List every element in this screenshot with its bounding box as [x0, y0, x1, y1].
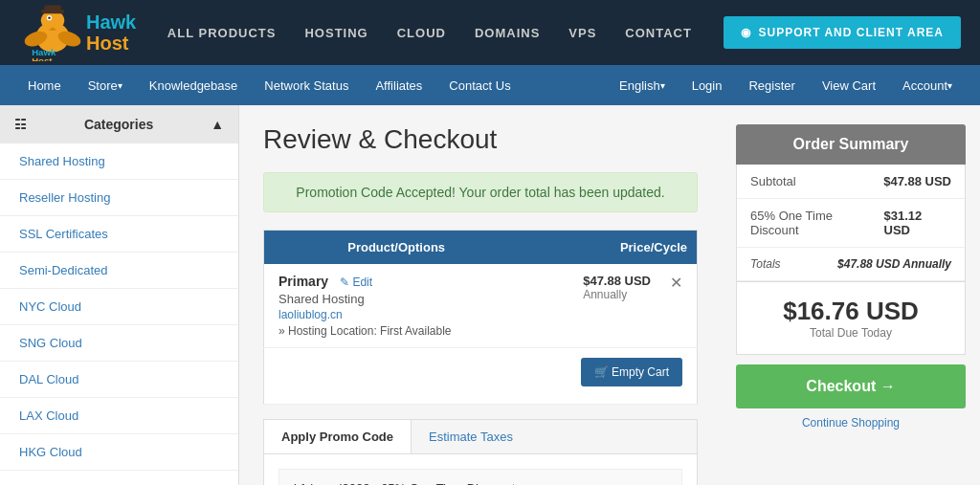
nav-knowledgebase[interactable]: Knowledgebase — [136, 65, 252, 105]
col-product: Product/Options — [264, 231, 529, 265]
promo-banner: Promotion Code Accepted! Your order tota… — [263, 172, 698, 212]
nav-all-products[interactable]: ALL PRODUCTS — [167, 26, 277, 40]
support-icon: ◉ — [741, 26, 751, 39]
nav-hosting[interactable]: HOSTING — [304, 26, 368, 40]
price-value: $47.88 USD — [583, 274, 651, 288]
totals-row: Totals $47.88 USD Annually — [737, 248, 965, 281]
discount-value: $31.12 USD — [884, 209, 951, 237]
nav-register[interactable]: Register — [735, 65, 808, 105]
nav-contact-us[interactable]: Contact Us — [435, 65, 523, 105]
sidebar: ☷ Categories ▲ Shared Hosting Reseller H… — [0, 105, 239, 485]
sidebar-item-ssl[interactable]: SSL Certificates — [0, 216, 238, 253]
empty-cart-row: 🛒 Empty Cart — [264, 348, 698, 405]
nav-bar: Home Store Knowledgebase Network Status … — [0, 65, 980, 105]
right-panel: Order Summary Subtotal $47.88 USD 65% On… — [722, 105, 980, 485]
content-and-right: Review & Checkout Promotion Code Accepte… — [239, 105, 980, 485]
content-area: Review & Checkout Promotion Code Accepte… — [239, 105, 722, 485]
discount-row: 65% One Time Discount $31.12 USD — [737, 199, 965, 248]
sidebar-collapse-icon[interactable]: ▲ — [211, 117, 224, 132]
product-detail: » Hosting Location: First Available — [278, 324, 514, 338]
subtotal-label: Subtotal — [750, 174, 796, 188]
continue-shopping-link[interactable]: Continue Shopping — [736, 416, 966, 430]
sidebar-item-reseller-hosting[interactable]: Reseller Hosting — [0, 180, 238, 216]
nav-store[interactable]: Store — [75, 65, 136, 105]
nav-english[interactable]: English — [606, 65, 679, 105]
nav-network-status[interactable]: Network Status — [251, 65, 362, 105]
price-period: Annually — [583, 288, 651, 301]
top-nav: ALL PRODUCTS HOSTING CLOUD DOMAINS VPS C… — [136, 26, 723, 40]
nav-account[interactable]: Account — [889, 65, 966, 105]
product-subtitle: Shared Hosting — [278, 292, 514, 306]
logo-area: Hawk Host Hawk Host — [19, 4, 136, 61]
apply-promo-tab[interactable]: Apply Promo Code — [264, 420, 412, 453]
sidebar-item-nyc-cloud[interactable]: NYC Cloud — [0, 289, 238, 325]
nav-view-cart[interactable]: View Cart — [809, 65, 889, 105]
page-title: Review & Checkout — [263, 124, 698, 155]
cart-table: Product/Options Price/Cycle Primary ✎ Ed… — [263, 230, 698, 405]
nav-home[interactable]: Home — [14, 65, 75, 105]
top-bar: Hawk Host Hawk Host ALL PRODUCTS HOSTING… — [0, 0, 980, 65]
promo-tab-bar: Apply Promo Code Estimate Taxes — [263, 419, 698, 454]
due-amount: $16.76 USD — [751, 297, 950, 326]
product-cell: Primary ✎ Edit Shared Hosting laoliublog… — [264, 264, 529, 348]
discount-label: 65% One Time Discount — [750, 209, 884, 237]
sidebar-item-sng-cloud[interactable]: SNG Cloud — [0, 325, 238, 362]
sidebar-item-shared-hosting[interactable]: Shared Hosting — [0, 143, 238, 180]
summary-rows: Subtotal $47.88 USD 65% One Time Discoun… — [736, 165, 966, 282]
nav-cloud[interactable]: CLOUD — [397, 26, 446, 40]
subtotal-row: Subtotal $47.88 USD — [737, 165, 965, 199]
sidebar-item-lax-cloud[interactable]: LAX Cloud — [0, 398, 238, 434]
totals-label: Totals — [750, 257, 781, 271]
price-cell: $47.88 USD Annually ✕ — [528, 264, 697, 348]
nav-vps[interactable]: VPS — [568, 26, 596, 40]
due-label: Total Due Today — [751, 326, 950, 340]
support-label: SUPPORT AND CLIENT AREA — [759, 26, 944, 39]
sidebar-item-dal-cloud[interactable]: DAL Cloud — [0, 362, 238, 398]
promo-code-display: bfshared2022 - 65% One Time Discount — [278, 469, 682, 485]
product-name: Primary — [278, 274, 328, 289]
product-link[interactable]: laoliublog.cn — [278, 308, 343, 321]
empty-cart-cell: 🛒 Empty Cart — [264, 348, 698, 405]
nav-contact[interactable]: CONTACT — [625, 26, 692, 40]
sidebar-item-hkg-cloud[interactable]: HKG Cloud — [0, 434, 238, 471]
nav-login[interactable]: Login — [679, 65, 736, 105]
sidebar-header: ☷ Categories ▲ — [0, 105, 238, 143]
edit-link[interactable]: ✎ Edit — [340, 276, 372, 289]
svg-rect-6 — [44, 6, 61, 11]
totals-value: $47.88 USD Annually — [837, 257, 951, 271]
categories-icon: ☷ — [14, 117, 27, 132]
nav-domains[interactable]: DOMAINS — [475, 26, 540, 40]
estimate-taxes-tab[interactable]: Estimate Taxes — [412, 420, 530, 453]
main-layout: ☷ Categories ▲ Shared Hosting Reseller H… — [0, 105, 980, 485]
checkout-button[interactable]: Checkout → — [736, 364, 966, 408]
promo-section: bfshared2022 - 65% One Time Discount Rem… — [263, 454, 698, 485]
col-price: Price/Cycle — [528, 231, 697, 265]
due-today-box: $16.76 USD Total Due Today — [736, 282, 966, 355]
table-row: Primary ✎ Edit Shared Hosting laoliublog… — [264, 264, 698, 348]
sidebar-title: Categories — [84, 117, 153, 132]
subtotal-value: $47.88 USD — [883, 174, 951, 188]
order-summary-title: Order Summary — [736, 124, 966, 165]
logo-icon: Hawk Host — [19, 4, 86, 61]
table-header-row: Product/Options Price/Cycle — [264, 231, 698, 265]
empty-cart-button[interactable]: 🛒 Empty Cart — [581, 358, 682, 386]
nav-affiliates[interactable]: Affiliates — [362, 65, 435, 105]
sidebar-item-semi-dedicated[interactable]: Semi-Dedicated — [0, 253, 238, 289]
remove-item-button[interactable]: ✕ — [670, 274, 682, 292]
support-client-area-button[interactable]: ◉ SUPPORT AND CLIENT AREA — [724, 16, 961, 49]
svg-text:Host: Host — [32, 55, 53, 61]
svg-point-4 — [48, 16, 51, 19]
